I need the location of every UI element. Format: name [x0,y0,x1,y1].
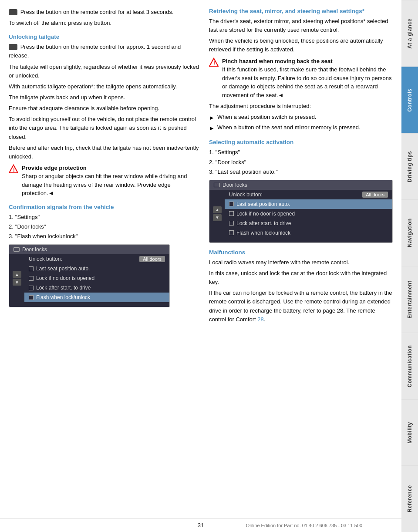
tailgate-para5: Ensure that adequate clearance is availa… [9,104,200,113]
right-column: Retrieving the seat, mirror, and steerin… [209,8,393,514]
sidebar-tab-communication[interactable]: Communication [401,333,418,399]
screen-row-right-1-highlighted: Last seat position auto. [225,199,392,209]
tailgate-para7: Before and after each trip, check that t… [9,144,200,161]
remote-icon [9,9,17,15]
bullet-item: ► When a seat position switch is pressed… [209,113,393,122]
retrieving-para2: When the vehicle is being unlocked, thes… [209,37,393,54]
retrieving-para1: The driver's seat, exterior mirror, and … [209,17,393,34]
sidebar-tab-at-a-glance[interactable]: At a glance [401,0,418,67]
tailgate-para3: With automatic tailgate operation*: the … [9,82,200,91]
checkbox-icon [29,266,34,271]
sidebar-tab-controls[interactable]: Controls [401,67,418,133]
tailgate-warning-text: Provide edge protection Sharp or angular… [22,164,200,198]
adjustment-interrupted: The adjustment procedure is interrupted: [209,102,393,111]
bullet-item: ► When a button of the seat and mirror m… [209,123,393,133]
list-item: 1. "Settings" [209,148,393,157]
left-column: Press the button on the remote control f… [9,8,200,514]
page-body: Press the button on the remote control f… [0,0,401,514]
confirmation-list: 1. "Settings" 2. "Door locks" 3. "Flash … [9,213,200,241]
left-screen-image: Door locks ▲ ▼ Unlock button: All doors [9,244,170,307]
sidebar-tab-entertainment[interactable]: Entertainment [401,266,418,333]
screen-row-3: Lock after start. to drive [24,283,169,293]
checkbox-icon [29,295,34,300]
sidebar-tab-mobility[interactable]: Mobility [401,399,418,466]
screen-row-2: Lock if no door is opened [24,273,169,283]
remote-icon-2 [9,44,17,50]
screen-content: ▲ ▼ Unlock button: All doors Last seat p… [9,254,169,302]
warning-icon-2: ! [209,57,219,67]
list-item: 3. "Last seat position auto." [209,168,393,176]
screen-header: Door locks [9,245,169,254]
checkbox-icon [29,286,34,290]
nav-arrows: ▲ ▼ [13,271,21,286]
malfunctions-para3: If the car can no longer be locked with … [209,289,393,324]
sidebar-tab-navigation[interactable]: Navigation [401,199,418,266]
intro-line1: Press the button on the remote control f… [9,8,200,17]
page-footer: 31 Online Edition for Part no. 01 40 2 6… [0,518,401,532]
arrow-up-right[interactable]: ▲ [213,206,222,213]
screen-rows: Unlock button: All doors Last seat posit… [9,254,169,302]
list-item: 3. "Flash when lock/unlock" [9,232,200,241]
svg-text:!: ! [13,167,15,173]
screen-row-4-highlighted: Flash when lock/unlock [24,293,169,302]
warning-icon: ! [9,164,18,174]
adjustment-bullets: ► When a seat position switch is pressed… [209,113,393,133]
door-icon-right [214,183,220,187]
list-item: 1. "Settings" [9,213,200,222]
arrow-down-right[interactable]: ▼ [213,214,222,221]
list-item: 2. "Door locks" [9,222,200,231]
screen-row-right-2: Lock if no door is opened [225,209,392,219]
tailgate-para1: Press the button on the remote control f… [9,43,200,60]
retrieving-warning-block: ! Pinch hazard when moving back the seat… [209,57,393,100]
right-screen-image: Door locks ▲ ▼ Unlock button: All doors [209,180,393,243]
intro-line2: To switch off the alarm: press any butto… [9,19,200,27]
tailgate-warning-block: ! Provide edge protection Sharp or angul… [9,164,200,198]
screen-header-right: Door locks [209,180,392,190]
sidebar: At a glance Controls Driving tips Naviga… [401,0,418,532]
main-content: Press the button on the remote control f… [0,0,401,532]
arrow-up[interactable]: ▲ [13,271,21,278]
tailgate-para6: To avoid locking yourself out of the veh… [9,115,200,141]
selecting-auto-list: 1. "Settings" 2. "Door locks" 3. "Last s… [209,148,393,176]
screen-row-1: Last seat position auto. [24,264,169,273]
nav-arrows-right: ▲ ▼ [213,206,222,221]
screen-rows-right: Unlock button: All doors Last seat posit… [209,190,392,238]
malfunctions-para1: Local radio waves may interfere with the… [209,258,393,267]
checkbox-icon [229,202,234,206]
malfunctions-para2: In this case, unlock and lock the car at… [209,269,393,286]
confirmation-signals-heading: Confirmation signals from the vehicle [9,204,200,210]
screen-unlock-row: Unlock button: All doors [24,254,169,264]
screen-row-right-4: Flash when lock/unlock [225,228,392,238]
checkbox-icon [229,211,234,216]
selecting-auto-heading: Selecting automatic activation [209,139,393,145]
unlocking-tailgate-heading: Unlocking tailgate [9,34,200,40]
screen-unlock-row-right: Unlock button: All doors [225,190,392,199]
checkbox-icon [229,221,234,226]
screen-row-right-3: Lock after start. to drive [225,219,392,228]
page-link[interactable]: 28 [257,316,263,323]
retrieving-warning-text: Pinch hazard when moving back the seat I… [222,57,393,100]
malfunctions-heading: Malfunctions [209,249,393,256]
door-icon [13,247,20,252]
checkbox-icon [29,276,34,281]
sidebar-tab-driving-tips[interactable]: Driving tips [401,133,418,200]
list-item: 2. "Door locks" [209,158,393,167]
svg-text:!: ! [213,61,215,67]
retrieving-heading: Retrieving the seat, mirror, and steerin… [209,8,393,14]
screen-content-right: ▲ ▼ Unlock button: All doors Last seat p… [209,190,392,238]
checkbox-icon [229,230,234,235]
tailgate-para4: The tailgate pivots back and up when it … [9,93,200,102]
sidebar-tab-reference[interactable]: Reference [401,465,418,532]
page-number: 31 [198,522,204,529]
arrow-down[interactable]: ▼ [13,279,21,286]
tailgate-para2: The tailgate will open slightly, regardl… [9,63,200,80]
footer-text: Online Edition for Part no. 01 40 2 606 … [246,523,362,528]
